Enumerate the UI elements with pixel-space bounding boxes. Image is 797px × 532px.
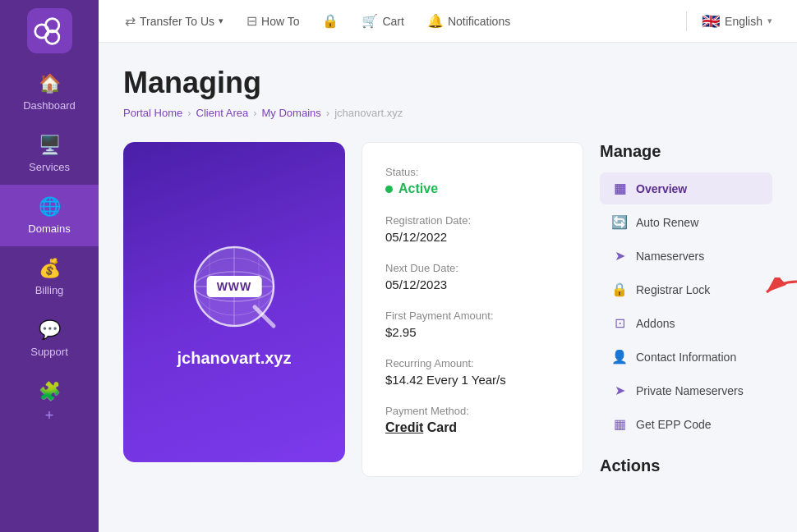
auto-renew-icon: 🔄 <box>611 214 628 230</box>
breadcrumb-my-domains[interactable]: My Domains <box>262 107 321 119</box>
manage-item-addons[interactable]: ⊡ Addons <box>600 307 772 339</box>
sidebar-label-domains: Domains <box>28 222 70 235</box>
manage-item-overview[interactable]: ▦ Overview <box>600 172 772 204</box>
page-title: Managing <box>123 66 772 100</box>
breadcrumb-sep1: › <box>187 107 191 119</box>
domain-card: WWW jchanovart.xyz <box>123 142 345 462</box>
manage-item-private-nameservers[interactable]: ➤ Private Nameservers <box>600 374 772 406</box>
billing-icon: 💰 <box>39 258 61 279</box>
actions-title: Actions <box>600 456 772 475</box>
howto-icon: ⊟ <box>246 13 257 29</box>
recurring-row: Recurring Amount: $14.42 Every 1 Year/s <box>385 357 560 387</box>
next-due-row: Next Due Date: 05/12/2023 <box>385 262 560 291</box>
www-badge-text: WWW <box>217 280 252 293</box>
globe-wrap: WWW <box>185 237 283 336</box>
status-active: Active <box>385 181 560 196</box>
status-card: Status: Active Registration Date: 05/12/… <box>362 142 583 477</box>
domain-globe-container: WWW jchanovart.xyz <box>177 237 292 368</box>
contact-information-label: Contact Information <box>636 351 736 364</box>
addons-manage-icon: ⊡ <box>611 315 628 331</box>
addons-icon: 🧩 <box>39 381 61 402</box>
sidebar-item-domains[interactable]: 🌐 Domains <box>0 185 99 246</box>
notifications-menu[interactable]: 🔔 Notifications <box>417 8 520 34</box>
reg-date-label: Registration Date: <box>385 214 560 227</box>
topbar-divider <box>686 11 687 31</box>
lock-icon: 🔒 <box>322 13 339 29</box>
howto-menu[interactable]: ⊟ How To <box>237 8 309 34</box>
recurring-value: $14.42 Every 1 Year/s <box>385 373 560 387</box>
addons-plus-icon: + <box>45 407 54 424</box>
reg-date-value: 05/12/2022 <box>385 230 560 244</box>
overview-label: Overview <box>636 182 687 195</box>
payment-method-label: Payment Method: <box>385 405 560 417</box>
transfer-dropdown-icon: ▾ <box>219 16 223 26</box>
sidebar-item-services[interactable]: 🖥️ Services <box>0 123 99 185</box>
sidebar-item-support[interactable]: 💬 Support <box>0 308 99 369</box>
breadcrumb-current: jchanovart.xyz <box>334 107 403 119</box>
sidebar-label-services: Services <box>29 161 70 173</box>
private-ns-icon: ➤ <box>611 383 628 398</box>
sidebar-label-support: Support <box>30 346 68 358</box>
auto-renew-label: Auto Renew <box>636 216 698 229</box>
manage-item-auto-renew[interactable]: 🔄 Auto Renew <box>600 206 772 238</box>
sidebar-item-addons[interactable]: 🧩 + <box>0 369 99 436</box>
epp-icon: ▦ <box>611 416 628 432</box>
private-nameservers-label: Private Nameservers <box>636 384 744 397</box>
arrow-annotation <box>762 277 797 302</box>
registrar-lock-label: Registrar Lock <box>636 283 710 296</box>
bell-icon: 🔔 <box>427 13 444 29</box>
notifications-label: Notifications <box>448 15 510 28</box>
content-area: Managing Portal Home › Client Area › My … <box>99 43 797 532</box>
breadcrumb-portal-home[interactable]: Portal Home <box>123 107 182 119</box>
lang-dropdown-icon: ▾ <box>767 16 772 26</box>
manage-item-get-epp-code[interactable]: ▦ Get EPP Code <box>600 408 772 440</box>
next-due-value: 05/12/2023 <box>385 277 560 291</box>
next-due-label: Next Due Date: <box>385 262 560 274</box>
breadcrumb-sep2: › <box>253 107 256 119</box>
howto-label: How To <box>261 15 299 28</box>
cart-menu[interactable]: 🛒 Cart <box>352 8 413 34</box>
nameservers-label: Nameservers <box>636 250 704 263</box>
overview-icon: ▦ <box>611 181 628 196</box>
manage-title: Manage <box>600 142 772 161</box>
sidebar-item-dashboard[interactable]: 🏠 Dashboard <box>0 62 99 123</box>
status-dot <box>385 186 393 193</box>
manage-panel: Manage ▦ Overview 🔄 Auto Renew ➤ Nameser… <box>600 142 772 482</box>
flag-icon: 🇬🇧 <box>702 12 720 30</box>
first-payment-value: $2.95 <box>385 325 560 339</box>
status-value: Active <box>398 181 438 196</box>
sidebar-item-billing[interactable]: 💰 Billing <box>0 246 99 308</box>
sidebar-label-billing: Billing <box>35 284 64 296</box>
registrar-lock-icon: 🔒 <box>611 282 628 297</box>
manage-item-contact-information[interactable]: 👤 Contact Information <box>600 341 772 373</box>
get-epp-code-label: Get EPP Code <box>636 418 712 431</box>
support-icon: 💬 <box>39 319 61 341</box>
topbar: ⇄ Transfer To Us ▾ ⊟ How To 🔒 🛒 Cart 🔔 N… <box>99 0 797 43</box>
language-selector[interactable]: 🇬🇧 English ▾ <box>693 7 781 35</box>
sidebar: 🏠 Dashboard 🖥️ Services 🌐 Domains 💰 Bill… <box>0 0 99 532</box>
domains-icon: 🌐 <box>39 196 61 218</box>
status-label: Status: <box>385 166 560 178</box>
manage-item-registrar-lock[interactable]: 🔒 Registrar Lock <box>600 273 772 305</box>
domain-layout: WWW jchanovart.xyz Status: Active Regist… <box>123 142 772 482</box>
language-label: English <box>725 15 762 28</box>
recurring-label: Recurring Amount: <box>385 357 560 369</box>
lock-icon-item[interactable]: 🔒 <box>312 8 348 34</box>
manage-item-nameservers[interactable]: ➤ Nameservers <box>600 240 772 272</box>
cart-icon: 🛒 <box>362 13 378 29</box>
nameservers-icon: ➤ <box>611 248 628 264</box>
breadcrumb: Portal Home › Client Area › My Domains ›… <box>123 107 772 119</box>
transfer-label: Transfer To Us <box>140 15 214 28</box>
cart-label: Cart <box>382 15 403 28</box>
payment-method-value: Credit Card <box>385 420 560 435</box>
payment-method-row: Payment Method: Credit Card <box>385 405 560 435</box>
breadcrumb-client-area[interactable]: Client Area <box>196 107 249 119</box>
registration-row: Registration Date: 05/12/2022 <box>385 214 560 244</box>
contact-icon: 👤 <box>611 349 628 365</box>
transfer-to-us-menu[interactable]: ⇄ Transfer To Us ▾ <box>115 8 233 34</box>
logo[interactable] <box>27 8 72 53</box>
first-payment-row: First Payment Amount: $2.95 <box>385 310 560 339</box>
dashboard-icon: 🏠 <box>39 73 61 94</box>
first-payment-label: First Payment Amount: <box>385 310 560 322</box>
sidebar-label-dashboard: Dashboard <box>23 99 76 112</box>
